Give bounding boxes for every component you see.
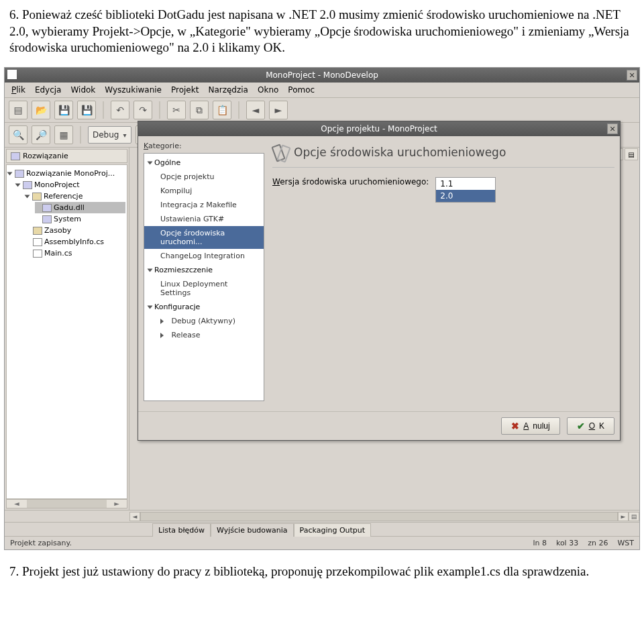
separator bbox=[103, 101, 104, 119]
hscroll-right-icon[interactable]: ► bbox=[618, 512, 629, 521]
cut-icon[interactable]: ✂ bbox=[167, 101, 186, 119]
categories-label: Kategorie: bbox=[144, 142, 264, 150]
toolbar-1: ▤ 📂 💾 💾 ↶ ↷ ✂ ⧉ 📋 ◄ ► bbox=[5, 98, 639, 123]
menu-edycja[interactable]: Edycja bbox=[35, 85, 62, 95]
tree-gadu-dll[interactable]: Gadu.dll bbox=[35, 202, 125, 213]
cat-group-rozmieszczenie[interactable]: Rozmieszczenie bbox=[144, 263, 264, 277]
options-panel: Opcje środowiska uruchomieniowego Wersja… bbox=[272, 142, 614, 406]
titlebar: MonoProject - MonoDevelop ✕ bbox=[5, 68, 639, 83]
menu-projekt[interactable]: Projekt bbox=[171, 85, 199, 95]
save-icon[interactable]: 💾 bbox=[54, 101, 73, 119]
cat-debug[interactable]: Debug (Aktywny) bbox=[144, 314, 264, 328]
ok-button[interactable]: ✔OK bbox=[567, 417, 614, 435]
version-2-0[interactable]: 2.0 bbox=[436, 190, 495, 202]
copy-icon[interactable]: ⧉ bbox=[190, 101, 209, 119]
categories-panel: Kategorie: Ogólne Opcje projektu Kompilu… bbox=[144, 142, 264, 406]
status-col: kol 33 bbox=[556, 539, 578, 547]
cat-linux-deploy[interactable]: Linux Deployment Settings bbox=[144, 277, 264, 300]
ok-icon: ✔ bbox=[577, 421, 585, 431]
dialog-buttons: ✖Anuluj ✔OK bbox=[138, 411, 620, 440]
window-title: MonoProject - MonoDevelop bbox=[266, 70, 378, 80]
forward-icon[interactable]: ► bbox=[269, 101, 288, 119]
hscroll-left-icon[interactable]: ◄ bbox=[129, 512, 140, 521]
dialog-close-button[interactable]: ✕ bbox=[607, 123, 618, 134]
redo-icon[interactable]: ↷ bbox=[133, 101, 152, 119]
options-title: Opcje środowiska uruchomieniowego bbox=[272, 142, 614, 168]
editor-split-icon[interactable]: ▤ bbox=[625, 148, 638, 160]
app-window: MonoProject - MonoDevelop ✕ Plik Edycja … bbox=[4, 67, 640, 550]
solution-panel: Rozwiązanie Rozwiązanie MonoProj... Mono… bbox=[5, 148, 129, 510]
tree-hscroll[interactable]: ◄► bbox=[6, 499, 127, 508]
cat-group-ogolne[interactable]: Ogólne bbox=[144, 156, 264, 170]
back-icon[interactable]: ◄ bbox=[246, 101, 265, 119]
find-icon[interactable]: 🔍 bbox=[9, 125, 28, 144]
hscroll-track[interactable] bbox=[140, 512, 618, 521]
menubar: Plik Edycja Widok Wyszukiwanie Projekt N… bbox=[5, 83, 639, 98]
categories-list[interactable]: Ogólne Opcje projektu Kompiluj Integracj… bbox=[144, 153, 264, 401]
runtime-version-list[interactable]: 1.1 2.0 bbox=[435, 177, 496, 203]
doc-top-text: 6. Ponieważ cześć biblioteki DotGadu jes… bbox=[0, 0, 644, 67]
menu-okno[interactable]: Okno bbox=[258, 85, 278, 95]
menu-narzedzia[interactable]: Narzędzia bbox=[208, 85, 248, 95]
tab-packaging-output[interactable]: Packaging Output bbox=[294, 523, 372, 537]
project-options-dialog: Opcje projektu - MonoProject ✕ Kategorie… bbox=[138, 121, 621, 441]
tree-main-cs[interactable]: Main.cs bbox=[25, 248, 125, 259]
solution-icon bbox=[11, 152, 20, 160]
version-1-1[interactable]: 1.1 bbox=[436, 178, 495, 190]
doc-bottom-text: 7. Projekt jest już ustawiony do pracy z… bbox=[0, 550, 644, 587]
status-char: zn 26 bbox=[588, 539, 608, 547]
tree-assemblyinfo[interactable]: AssemblyInfo.cs bbox=[25, 236, 125, 248]
separator bbox=[159, 101, 160, 119]
cancel-icon: ✖ bbox=[511, 421, 519, 431]
bottom-scroll: ◄ ► ▤ bbox=[5, 510, 639, 522]
dialog-titlebar: Opcje projektu - MonoProject ✕ bbox=[138, 121, 620, 136]
solution-tab[interactable]: Rozwiązanie bbox=[6, 149, 127, 163]
tree-system[interactable]: System bbox=[35, 213, 125, 225]
editor-area: ▾ ▤ Opcje projektu - MonoProject ✕ Kateg… bbox=[129, 148, 639, 510]
status-line: ln 8 bbox=[533, 539, 547, 547]
new-file-icon[interactable]: ▤ bbox=[9, 101, 28, 119]
menu-wyszukiwanie[interactable]: Wyszukiwanie bbox=[105, 85, 162, 95]
tree-solution-root[interactable]: Rozwiązanie MonoProj... bbox=[8, 168, 125, 179]
window-close-button[interactable]: ✕ bbox=[627, 70, 637, 80]
cat-makefile[interactable]: Integracja z Makefile bbox=[144, 198, 264, 212]
undo-icon[interactable]: ↶ bbox=[111, 101, 129, 119]
tree-project[interactable]: MonoProject bbox=[16, 179, 125, 191]
separator bbox=[80, 126, 81, 144]
status-mode: WST bbox=[617, 539, 634, 547]
bottom-tabs: Lista błędów Wyjście budowania Packaging… bbox=[5, 522, 639, 536]
tree-resources[interactable]: Zasoby bbox=[25, 225, 125, 236]
cat-group-konfiguracje[interactable]: Konfiguracje bbox=[144, 300, 264, 314]
tools-icon bbox=[272, 144, 288, 160]
tree-references[interactable]: Referencje bbox=[25, 191, 125, 202]
dialog-title: Opcje projektu - MonoProject bbox=[321, 124, 437, 133]
tab-lista-bledow[interactable]: Lista błędów bbox=[152, 523, 211, 537]
cat-release[interactable]: Release bbox=[144, 328, 264, 342]
cat-kompiluj[interactable]: Kompiluj bbox=[144, 184, 264, 198]
status-message: Projekt zapisany. bbox=[10, 539, 72, 547]
tab-wyjscie-budowania[interactable]: Wyjście budowania bbox=[211, 523, 294, 537]
cancel-button[interactable]: ✖Anuluj bbox=[501, 417, 559, 435]
open-icon[interactable]: 📂 bbox=[32, 101, 50, 119]
find-next-icon[interactable]: 🔎 bbox=[32, 125, 50, 144]
window-icon bbox=[7, 70, 17, 79]
config-combo[interactable]: Debug bbox=[88, 126, 131, 144]
runtime-version-label: Wersja środowiska uruchomieniowego: bbox=[272, 177, 429, 186]
save-all-icon[interactable]: 💾 bbox=[77, 101, 96, 119]
main-area: Rozwiązanie Rozwiązanie MonoProj... Mono… bbox=[5, 148, 639, 510]
status-bar: Projekt zapisany. ln 8 kol 33 zn 26 WST bbox=[5, 536, 639, 549]
cat-changelog[interactable]: ChangeLog Integration bbox=[144, 249, 264, 263]
corner-icon[interactable]: ▤ bbox=[629, 512, 639, 521]
paste-icon[interactable]: 📋 bbox=[213, 101, 231, 119]
solution-tree[interactable]: Rozwiązanie MonoProj... MonoProject Refe… bbox=[6, 164, 127, 499]
menu-pomoc[interactable]: Pomoc bbox=[288, 85, 315, 95]
separator bbox=[238, 101, 239, 119]
cat-runtime-options[interactable]: Opcje środowiska uruchomi... bbox=[144, 226, 264, 249]
cat-gtk[interactable]: Ustawienia GTK# bbox=[144, 212, 264, 226]
solution-tab-label: Rozwiązanie bbox=[23, 152, 68, 160]
tool-icon[interactable]: ▦ bbox=[54, 125, 73, 144]
menu-widok[interactable]: Widok bbox=[70, 85, 95, 95]
cat-opcje-projektu[interactable]: Opcje projektu bbox=[144, 170, 264, 184]
menu-plik[interactable]: Plik bbox=[11, 85, 25, 95]
